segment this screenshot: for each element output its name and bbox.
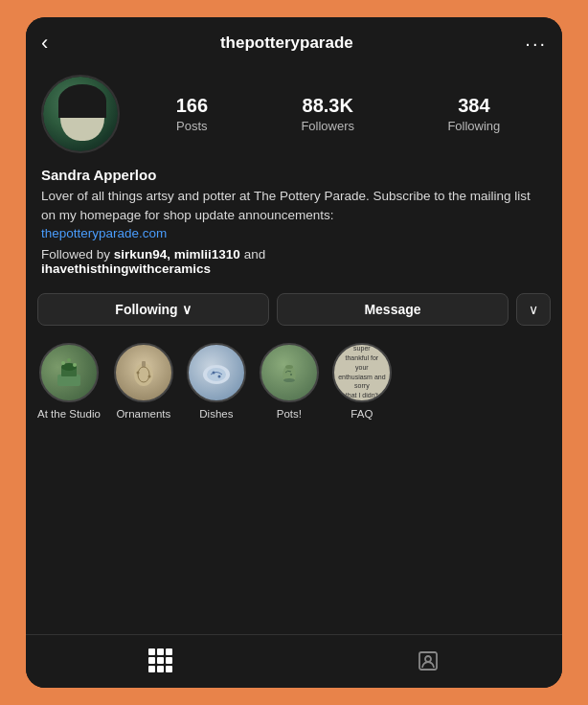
grid-icon [148, 648, 172, 672]
highlight-circle-dishes [187, 343, 246, 402]
highlight-label-ornaments: Ornaments [116, 408, 170, 420]
svg-rect-7 [142, 361, 146, 367]
following-label: Following [447, 119, 500, 133]
highlight-label-studio: At the Studio [37, 408, 101, 420]
posts-label: Posts [176, 119, 208, 133]
more-options-button[interactable]: ··· [525, 33, 547, 55]
posts-stat[interactable]: 166 Posts [176, 95, 208, 133]
stats-row: 166 Posts 88.3K Followers 384 Following [26, 63, 562, 161]
bio-follower-1: sirkun94, mimlii1310 [114, 247, 240, 262]
highlight-label-pots: Pots! [277, 408, 302, 420]
highlight-studio[interactable]: At the Studio [37, 343, 101, 420]
highlight-circle-pots [260, 343, 319, 402]
highlights-row: At the Studio Ornaments [26, 333, 562, 429]
highlight-ornaments[interactable]: Ornaments [114, 343, 173, 420]
svg-point-15 [283, 378, 295, 382]
highlight-circle-ornaments [114, 343, 173, 402]
highlight-circle-faq: the last shop day I answered of question… [332, 343, 392, 402]
posts-count: 166 [176, 95, 208, 117]
action-buttons: Following ∨ Message ∨ [26, 285, 562, 333]
bottom-tabs [26, 634, 562, 688]
header: ‹ thepotteryparade ··· [26, 17, 562, 63]
header-username: thepotteryparade [220, 34, 353, 53]
svg-point-13 [212, 371, 215, 374]
bio-description: Lover of all things artsy and potter at … [41, 187, 547, 243]
followers-stat[interactable]: 88.3K Followers [301, 95, 354, 133]
avatar [41, 75, 120, 153]
highlight-faq[interactable]: the last shop day I answered of question… [332, 343, 392, 420]
bio-follower-2: ihavethisthingwithceramics [41, 262, 211, 276]
highlight-dishes[interactable]: Dishes [187, 343, 246, 420]
phone-frame: ‹ thepotteryparade ··· 166 Posts 88.3K F… [26, 17, 562, 688]
highlight-circle-studio [39, 343, 99, 402]
svg-point-3 [61, 361, 65, 365]
highlight-label-faq: FAQ [351, 408, 373, 420]
svg-point-9 [136, 371, 139, 374]
message-button[interactable]: Message [277, 293, 509, 326]
bio-website[interactable]: thepotteryparade.com [41, 226, 167, 240]
svg-point-14 [217, 375, 220, 377]
svg-point-16 [285, 365, 293, 369]
highlight-pots[interactable]: Pots! [260, 343, 319, 420]
add-dropdown-button[interactable]: ∨ [516, 293, 551, 326]
svg-point-12 [207, 368, 226, 381]
stats-numbers: 166 Posts 88.3K Followers 384 Following [129, 95, 547, 133]
svg-point-4 [73, 363, 77, 367]
bio-followed-by: Followed by sirkun94, mimlii1310 and iha… [41, 247, 547, 276]
following-count: 384 [458, 95, 489, 117]
following-button[interactable]: Following ∨ [37, 293, 269, 326]
followers-count: 88.3K [303, 95, 353, 117]
followers-label: Followers [301, 119, 354, 133]
svg-point-10 [147, 375, 150, 377]
bio-name: Sandra Apperloo [41, 167, 547, 183]
tab-person[interactable] [397, 646, 459, 676]
following-stat[interactable]: 384 Following [447, 95, 500, 133]
svg-point-17 [290, 374, 292, 375]
person-icon [417, 649, 440, 672]
back-button[interactable]: ‹ [41, 31, 48, 56]
svg-point-19 [425, 656, 431, 662]
bio-section: Sandra Apperloo Lover of all things arts… [26, 161, 562, 285]
svg-point-5 [67, 358, 71, 362]
avatar-image [43, 77, 118, 151]
tab-grid[interactable] [129, 645, 192, 676]
highlight-label-dishes: Dishes [199, 408, 233, 420]
